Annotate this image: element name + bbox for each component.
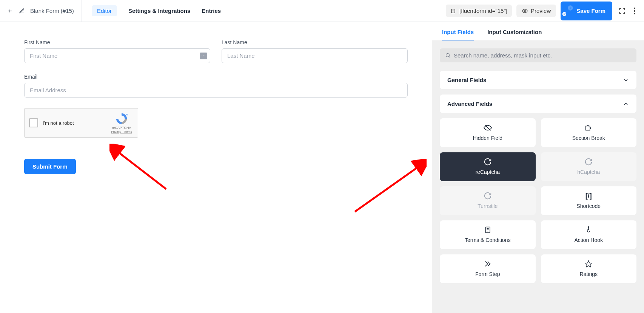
- svg-point-7: [634, 13, 635, 14]
- recaptcha-icon: [484, 158, 492, 166]
- field-search[interactable]: [440, 48, 636, 62]
- section-general-fields[interactable]: General Fields: [440, 71, 636, 89]
- save-button[interactable]: Save Form: [561, 2, 612, 20]
- form-canvas: First Name Last Name Email I'm not a rob…: [0, 22, 432, 313]
- field-options-icon[interactable]: [200, 53, 207, 59]
- check-circle-icon: [567, 5, 573, 17]
- field-shortcode-label: Shortcode: [576, 203, 601, 209]
- recaptcha-brand: reCAPTCHA: [110, 126, 133, 130]
- field-search-input[interactable]: [454, 52, 631, 59]
- save-label: Save Form: [576, 8, 605, 14]
- field-section-break[interactable]: Section Break: [541, 118, 637, 147]
- section-advanced-label: Advanced Fields: [447, 101, 492, 107]
- svg-point-1: [524, 10, 525, 12]
- shortcode-brackets-icon: [/]: [585, 192, 592, 200]
- form-step-icon: [484, 260, 492, 268]
- field-hcaptcha-label: hCaptcha: [577, 169, 600, 175]
- preview-button[interactable]: Preview: [516, 5, 556, 17]
- search-icon: [445, 53, 451, 58]
- field-turnstile-label: Turnstile: [478, 203, 498, 209]
- svg-marker-8: [126, 114, 127, 115]
- submit-button[interactable]: Submit Form: [24, 159, 76, 174]
- puzzle-icon: [584, 124, 593, 132]
- last-name-input[interactable]: [222, 48, 408, 63]
- field-hidden-label: Hidden Field: [473, 135, 502, 141]
- field-turnstile[interactable]: Turnstile: [440, 186, 536, 215]
- field-ratings[interactable]: Ratings: [541, 254, 637, 283]
- field-shortcode[interactable]: [/] Shortcode: [541, 186, 637, 215]
- recaptcha-label: I'm not a robot: [43, 120, 105, 126]
- more-menu-icon[interactable]: [632, 6, 637, 16]
- email-label: Email: [24, 74, 408, 80]
- fullscreen-icon[interactable]: [617, 6, 627, 16]
- first-name-label: First Name: [24, 39, 210, 45]
- hcaptcha-icon: [584, 158, 593, 166]
- shortcode-text: [fluentform id="15"]: [459, 8, 507, 14]
- tab-editor[interactable]: Editor: [92, 5, 117, 16]
- svg-point-9: [446, 54, 450, 57]
- chevron-down-icon: [623, 77, 629, 83]
- field-section-break-label: Section Break: [572, 135, 605, 141]
- field-action-hook[interactable]: Action Hook: [541, 220, 637, 249]
- tab-input-customization[interactable]: Input Customization: [487, 29, 542, 40]
- field-hcaptcha[interactable]: hCaptcha: [541, 152, 637, 181]
- recaptcha-links[interactable]: Privacy - Terms: [110, 130, 133, 133]
- back-arrow[interactable]: [7, 8, 14, 14]
- preview-label: Preview: [531, 8, 551, 14]
- field-form-step-label: Form Step: [475, 271, 500, 277]
- field-recaptcha[interactable]: reCaptcha: [440, 152, 536, 181]
- first-name-input[interactable]: [24, 48, 210, 63]
- chevron-up-icon: [623, 101, 629, 107]
- tab-input-fields[interactable]: Input Fields: [442, 29, 474, 40]
- svg-point-11: [588, 226, 589, 228]
- email-input[interactable]: [24, 83, 408, 98]
- eye-icon: [522, 8, 528, 14]
- svg-marker-12: [585, 261, 592, 267]
- hook-icon: [585, 226, 592, 234]
- turnstile-icon: [484, 192, 492, 200]
- last-name-label: Last Name: [222, 39, 408, 45]
- section-general-label: General Fields: [447, 77, 486, 83]
- svg-point-6: [634, 10, 635, 12]
- svg-point-5: [634, 8, 635, 9]
- tab-entries[interactable]: Entries: [202, 8, 221, 14]
- field-form-step[interactable]: Form Step: [440, 254, 536, 283]
- recaptcha-widget[interactable]: I'm not a robot reCAPTCHA Privacy - Term…: [24, 108, 138, 138]
- shortcode-display[interactable]: [fluentform id="15"]: [446, 5, 512, 17]
- field-action-hook-label: Action Hook: [575, 237, 603, 243]
- eye-off-icon: [484, 124, 492, 132]
- section-advanced-fields[interactable]: Advanced Fields: [440, 95, 636, 113]
- field-terms-label: Terms & Conditions: [465, 237, 510, 243]
- recaptcha-logo-icon: [115, 112, 128, 125]
- field-recaptcha-label: reCaptcha: [475, 169, 500, 175]
- field-ratings-label: Ratings: [580, 271, 598, 277]
- tab-settings[interactable]: Settings & Integrations: [128, 8, 190, 14]
- star-icon: [585, 260, 592, 268]
- field-hidden[interactable]: Hidden Field: [440, 118, 536, 147]
- recaptcha-checkbox[interactable]: [29, 118, 38, 127]
- pencil-icon[interactable]: [19, 8, 25, 14]
- shortcode-icon: [450, 8, 456, 14]
- form-title[interactable]: Blank Form (#15): [30, 8, 74, 14]
- field-terms[interactable]: Terms & Conditions: [440, 220, 536, 249]
- document-icon: [484, 226, 491, 234]
